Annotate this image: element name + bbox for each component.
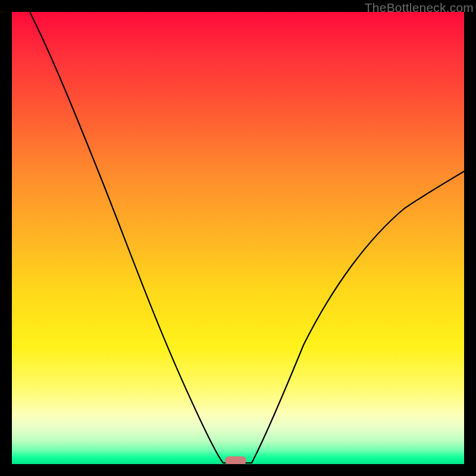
plot-area bbox=[12, 12, 464, 464]
curve-path bbox=[30, 12, 464, 463]
watermark-text: TheBottleneck.com bbox=[365, 1, 474, 15]
bottleneck-marker bbox=[225, 456, 246, 464]
bottleneck-curve bbox=[12, 12, 464, 464]
chart-frame: TheBottleneck.com bbox=[0, 0, 476, 476]
